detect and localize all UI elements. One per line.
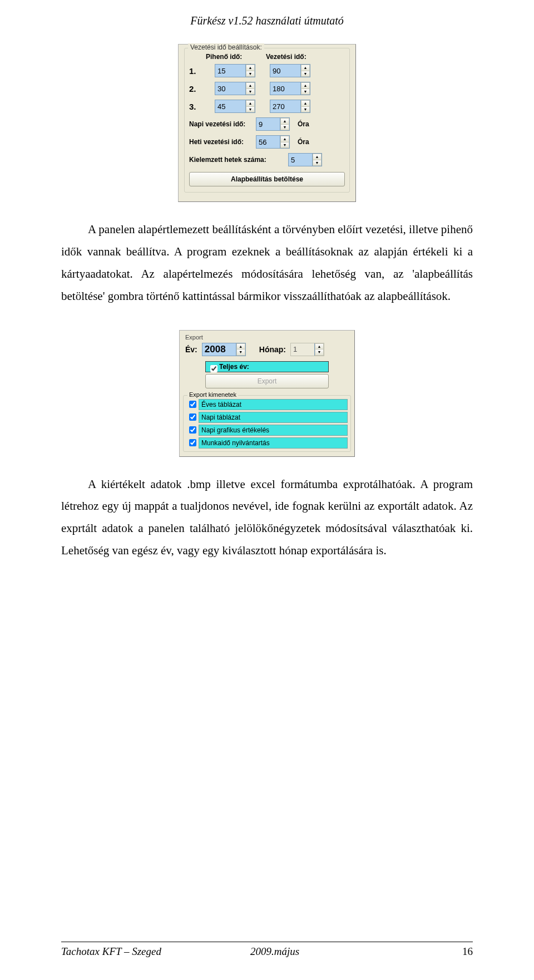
row-number: 3. [189, 102, 200, 111]
output-row: Napi táblázat [186, 412, 348, 423]
paragraph-2: A kiértékelt adatok .bmp illetve excel f… [61, 474, 473, 563]
spin-up-icon[interactable]: ▲ [246, 65, 255, 71]
weeks-spin[interactable]: ▲▼ [288, 153, 322, 166]
drive-1-input[interactable] [270, 65, 300, 77]
drive-1-spin[interactable]: ▲▼ [270, 64, 310, 77]
row-number: 2. [189, 84, 200, 93]
spin-up-icon[interactable]: ▲ [280, 118, 289, 125]
paragraph-1: A panelen alapértlemezett beállításként … [61, 219, 473, 308]
rest-1-input[interactable] [215, 65, 245, 77]
row-2: 2. ▲▼ ▲▼ [189, 82, 345, 95]
rest-1-spin[interactable]: ▲▼ [215, 64, 255, 77]
full-year-label: Teljes év: [219, 363, 249, 371]
spin-down-icon[interactable]: ▼ [280, 142, 289, 149]
output-checkbox-yearly[interactable] [189, 401, 196, 408]
spin-up-icon: ▲ [315, 343, 324, 350]
daily-spin[interactable]: ▲▼ [256, 117, 290, 131]
unit-label: Óra [298, 120, 309, 128]
page-footer: Tachotax KFT – Szeged 2009.május 16 [61, 942, 473, 958]
col-header-rest: Pihenő idő: [206, 53, 249, 61]
spin-up-icon[interactable]: ▲ [301, 65, 310, 71]
output-checkbox-graphic[interactable] [189, 426, 196, 434]
spin-down-icon[interactable]: ▼ [301, 71, 310, 77]
spin-up-icon[interactable]: ▲ [246, 100, 255, 107]
unit-label: Óra [298, 138, 309, 146]
footer-page: 16 [439, 945, 473, 958]
page-header: Fürkész v1.52 használati útmutató [61, 14, 473, 27]
rest-3-input[interactable] [215, 100, 245, 112]
driving-time-group-title: Vezetési idő beállítások: [188, 43, 264, 51]
spin-down-icon[interactable]: ▼ [246, 71, 255, 77]
spin-down-icon[interactable]: ▼ [313, 160, 322, 166]
spin-down-icon[interactable]: ▼ [280, 125, 289, 131]
spin-up-icon[interactable]: ▲ [301, 82, 310, 89]
drive-3-input[interactable] [270, 100, 300, 112]
drive-2-input[interactable] [270, 82, 300, 95]
daily-input[interactable] [256, 118, 280, 130]
rest-3-spin[interactable]: ▲▼ [215, 100, 255, 113]
year-label: Év: [185, 345, 197, 354]
spin-down-icon[interactable]: ▼ [246, 107, 255, 113]
row-3: 3. ▲▼ ▲▼ [189, 100, 345, 113]
spin-down-icon[interactable]: ▼ [236, 349, 245, 356]
full-year-checkbox[interactable] [210, 365, 217, 372]
spin-down-icon[interactable]: ▼ [301, 107, 310, 113]
footer-center: 2009.május [250, 945, 439, 958]
driving-time-group: Vezetési idő beállítások: Pihenő idő: Ve… [184, 48, 350, 193]
weekly-spin[interactable]: ▲▼ [256, 135, 290, 149]
load-defaults-button[interactable]: Alapbeállítás betöltése [189, 172, 345, 186]
spin-up-icon[interactable]: ▲ [246, 82, 255, 89]
year-spin[interactable]: ▲▼ [202, 343, 246, 356]
month-spin: ▲▼ [290, 343, 324, 356]
drive-2-spin[interactable]: ▲▼ [270, 82, 310, 95]
output-label: Napi táblázat [199, 412, 348, 423]
spin-down-icon[interactable]: ▼ [301, 89, 310, 95]
spin-down-icon: ▼ [315, 349, 324, 356]
weekly-input[interactable] [256, 136, 280, 148]
output-checkbox-worktime[interactable] [189, 439, 196, 446]
month-input [291, 343, 314, 356]
row-number: 1. [189, 66, 200, 76]
output-label: Napi grafikus értékelés [199, 425, 348, 436]
output-checkbox-daily[interactable] [189, 413, 196, 421]
export-outputs-title: Export kimenetek [187, 391, 238, 398]
spin-up-icon[interactable]: ▲ [236, 343, 245, 350]
daily-label: Napi vezetési idő: [189, 120, 251, 128]
weeks-label: Kielemzett hetek száma: [189, 156, 284, 164]
row-1: 1. ▲▼ ▲▼ [189, 64, 345, 77]
output-row: Napi grafikus értékelés [186, 425, 348, 436]
spin-up-icon[interactable]: ▲ [280, 136, 289, 142]
output-row: Éves táblázat [186, 399, 348, 410]
month-label: Hónap: [259, 345, 286, 354]
spin-up-icon[interactable]: ▲ [313, 154, 322, 160]
rest-2-spin[interactable]: ▲▼ [215, 82, 255, 95]
weekly-label: Heti vezetési idő: [189, 138, 251, 146]
weeks-input[interactable] [289, 154, 312, 166]
footer-left: Tachotax KFT – Szeged [61, 945, 250, 958]
drive-3-spin[interactable]: ▲▼ [270, 100, 310, 113]
driving-time-settings-panel: Vezetési idő beállítások: Pihenő idő: Ve… [178, 44, 356, 202]
output-label: Munkaidő nyilvántartás [199, 437, 348, 449]
output-label: Éves táblázat [199, 399, 348, 410]
year-input[interactable] [202, 343, 236, 356]
spin-down-icon[interactable]: ▼ [246, 89, 255, 95]
spin-up-icon[interactable]: ▲ [301, 100, 310, 107]
full-year-field[interactable]: Teljes év: [205, 361, 329, 372]
col-header-drive: Vezetési idő: [266, 53, 309, 61]
export-top-label: Export [183, 333, 351, 343]
export-outputs-group: Export kimenetek Éves táblázat Napi tábl… [183, 395, 351, 452]
export-panel: Export Év: ▲▼ Hónap: ▲▼ Teljes év: Expor… [179, 330, 355, 457]
output-row: Munkaidő nyilvántartás [186, 437, 348, 449]
rest-2-input[interactable] [215, 82, 245, 95]
export-button: Export [205, 374, 329, 388]
